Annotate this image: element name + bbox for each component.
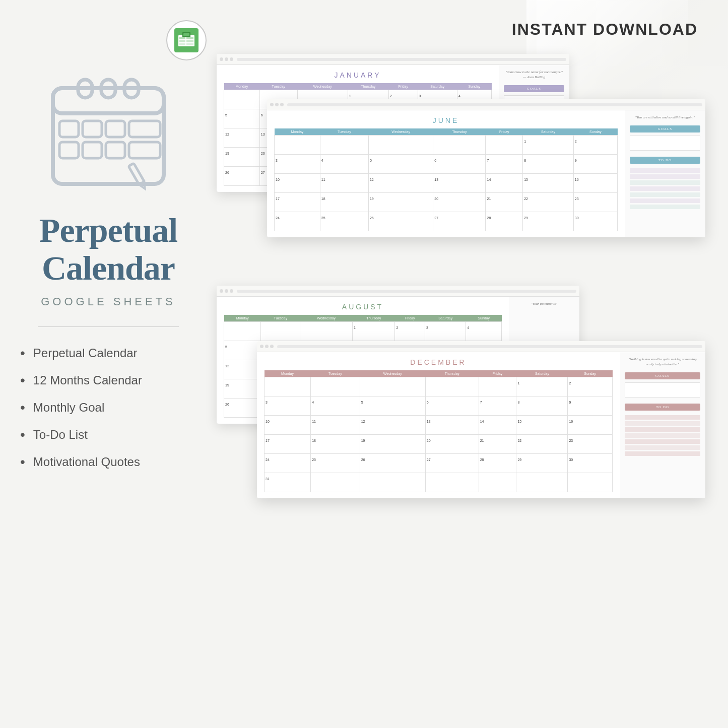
toolbar-dot: [260, 345, 263, 348]
dec-todo-label: TO DO: [625, 404, 700, 411]
cal-cell: 21: [479, 435, 516, 454]
todo-line: [630, 205, 700, 209]
day-header: Friday: [479, 370, 516, 377]
cal-cell: 4: [466, 322, 502, 341]
day-header: Friday: [486, 128, 523, 136]
left-panel: Perpetual Calendar GOOGLE SHEETS Perpetu…: [0, 0, 217, 728]
cal-cell: 24: [264, 454, 311, 473]
cal-cell: [311, 473, 360, 492]
toolbar-jun: [267, 99, 705, 110]
todo-line: [625, 445, 700, 450]
toolbar-dot: [280, 103, 284, 106]
june-mockup: JUNE Monday Tuesday Wednesday Thursday F…: [267, 99, 705, 237]
cal-cell: [568, 473, 613, 492]
svg-rect-22: [129, 142, 160, 158]
december-mockup: DECEMBER Monday Tuesday Wednesday Thursd…: [257, 341, 705, 498]
cal-cell: 24: [275, 212, 320, 231]
cal-cell: [433, 136, 486, 155]
jan-quote: "Tomorrow is the name for the thought." …: [504, 70, 564, 80]
cal-cell: [224, 90, 260, 109]
cal-cell: 11: [320, 174, 368, 193]
day-header: Monday: [264, 370, 311, 377]
cal-cell: 7: [486, 155, 523, 174]
todo-line: [630, 192, 700, 197]
cal-cell: [360, 377, 425, 396]
cal-cell: 3: [275, 155, 320, 174]
day-header: Sunday: [457, 83, 491, 90]
screenshots-grid: JANUARY Monday Tuesday Wednesday Thursda…: [217, 54, 703, 538]
cal-cell: 3: [425, 322, 466, 341]
cal-cell: 10: [275, 174, 320, 193]
toolbar-bar: [277, 345, 702, 348]
cal-cell: 30: [568, 454, 613, 473]
svg-rect-17: [106, 121, 125, 137]
day-header: Tuesday: [261, 315, 300, 322]
day-header: Thursday: [425, 370, 479, 377]
cal-cell: 6: [425, 396, 479, 416]
toolbar-dot: [265, 345, 269, 348]
toolbar-dot: [225, 57, 228, 61]
sheets-icon: [174, 28, 198, 52]
feature-list: Perpetual Calendar 12 Months Calendar Mo…: [0, 345, 217, 481]
cal-cell: 8: [523, 155, 574, 174]
sheets-icon-circle: [166, 20, 207, 60]
instant-download-label: INSTANT DOWNLOAD: [217, 20, 703, 39]
cal-cell: 12: [224, 128, 260, 148]
cal-cell: 1: [353, 322, 395, 341]
cal-cell: 9: [568, 396, 613, 416]
svg-rect-9: [183, 33, 189, 36]
toolbar-dot: [225, 289, 228, 293]
cal-cell: 25: [320, 212, 368, 231]
toolbar-aug: [217, 286, 579, 297]
todo-line: [625, 439, 700, 444]
cal-cell: [425, 473, 479, 492]
svg-rect-7: [186, 43, 193, 45]
toolbar-dot: [275, 103, 279, 106]
cal-cell: [275, 136, 320, 155]
todo-line: [630, 186, 700, 191]
cal-cell: 30: [573, 212, 617, 231]
day-header: Monday: [224, 83, 260, 90]
title-line1: Perpetual: [39, 211, 177, 249]
cal-cell: 20: [425, 435, 479, 454]
cal-cell: 21: [486, 193, 523, 212]
todo-line: [625, 451, 700, 456]
svg-rect-21: [106, 142, 125, 158]
toolbar-dot: [230, 289, 233, 293]
toolbar-dec: [257, 341, 705, 352]
cal-cell: 18: [311, 435, 360, 454]
screenshot-row-1: JANUARY Monday Tuesday Wednesday Thursda…: [217, 54, 703, 245]
jun-side: "You are still alive and so still live a…: [625, 110, 705, 237]
cal-cell: 5: [360, 396, 425, 416]
cal-cell: 12: [224, 360, 261, 379]
cal-cell: [425, 377, 479, 396]
day-header: Wednesday: [368, 128, 433, 136]
cal-cell: [261, 322, 300, 341]
feature-item: To-Do List: [20, 427, 196, 443]
dec-goals-label: GOALS: [625, 372, 700, 379]
dec-month-header: DECEMBER: [264, 358, 613, 366]
cal-cell: [360, 473, 425, 492]
cal-cell: 23: [568, 435, 613, 454]
cal-cell: 1: [523, 136, 574, 155]
cal-cell: 25: [311, 454, 360, 473]
cal-cell: 16: [573, 174, 617, 193]
aug-month-header: AUGUST: [224, 303, 502, 311]
cal-cell: 5: [224, 109, 260, 128]
todo-line: [625, 427, 700, 432]
day-header: Tuesday: [320, 128, 368, 136]
svg-rect-6: [179, 43, 185, 45]
day-header: Thursday: [433, 128, 486, 136]
svg-rect-2: [179, 37, 185, 39]
cal-cell: 29: [516, 454, 568, 473]
cal-cell: 8: [516, 396, 568, 416]
cal-cell: 13: [433, 174, 486, 193]
cal-cell: [479, 377, 516, 396]
todo-line: [625, 421, 700, 426]
day-header: Wednesday: [297, 83, 348, 90]
day-header: Saturday: [418, 83, 457, 90]
cal-cell: 26: [368, 212, 433, 231]
jun-quote: "You are still alive and so still live a…: [630, 115, 700, 120]
aug-quote: "Your potential is": [514, 302, 574, 307]
todo-line: [630, 198, 700, 203]
